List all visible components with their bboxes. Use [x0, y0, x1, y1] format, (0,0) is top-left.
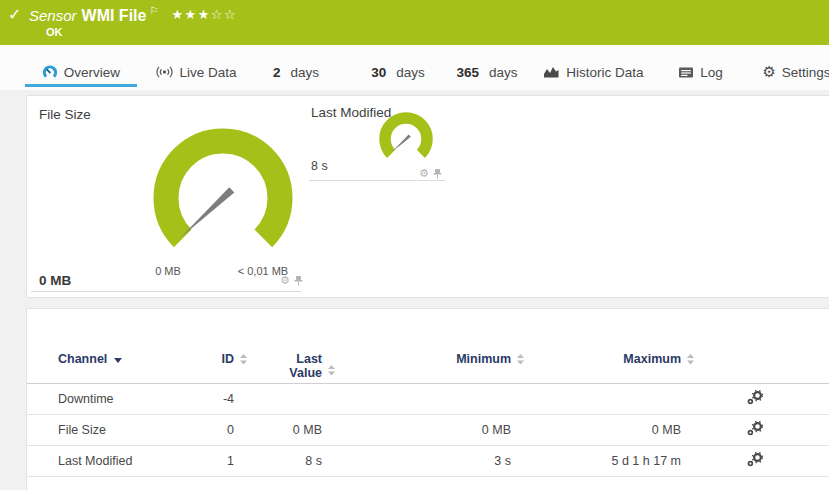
- gauge-toolbar: ⚙: [280, 275, 303, 286]
- column-label: Minimum: [456, 352, 511, 366]
- tab-label: Overview: [64, 65, 120, 80]
- table-row: File Size 0 0 MB 0 MB 0 MB: [27, 415, 829, 446]
- gear-icon[interactable]: ⚙: [419, 168, 429, 179]
- cell-minimum: 0 MB: [322, 415, 511, 446]
- cell-channel: File Size: [27, 415, 177, 446]
- channel-value-file-size: 0 MB: [39, 273, 71, 288]
- star-rating[interactable]: ★★★☆☆: [171, 7, 237, 22]
- cell-channel: Last Modified: [27, 446, 177, 477]
- tab-label: Historic Data: [566, 65, 643, 80]
- cell-last-value: [234, 384, 322, 415]
- tab-number: 365: [456, 65, 479, 80]
- log-icon: [678, 66, 694, 79]
- cell-maximum: 5 d 1 h 17 m: [511, 446, 681, 477]
- cell-id: -4: [177, 384, 234, 415]
- column-label: Channel: [58, 352, 107, 366]
- check-icon: ✓: [8, 5, 21, 24]
- tab-365-days[interactable]: 365 days: [453, 58, 521, 86]
- file-size-gauge[interactable]: [147, 122, 299, 278]
- column-header-actions: [681, 344, 829, 384]
- gear-icon[interactable]: ⚙: [280, 275, 290, 286]
- sort-arrows-icon: [240, 354, 247, 368]
- channels-table: Channel ID Last Value Minimum: [27, 344, 829, 477]
- stars-filled[interactable]: ★★★: [171, 7, 210, 22]
- channel-title-file-size: File Size: [39, 107, 91, 122]
- channels-table-panel: Channel ID Last Value Minimum: [26, 308, 829, 490]
- gauge-ring: [385, 118, 427, 154]
- column-header-id[interactable]: ID: [177, 344, 234, 384]
- cell-id: 1: [177, 446, 234, 477]
- pin-icon[interactable]: [433, 169, 442, 179]
- sensor-type-label: Sensor: [29, 7, 77, 24]
- cell-maximum: 0 MB: [511, 415, 681, 446]
- gauges-panel: File Size 0 MB < 0,01 MB ⚙ 0 MB Last Mod…: [26, 95, 829, 298]
- sensor-title: SensorWMI File⚐★★★☆☆: [29, 5, 237, 25]
- cell-channel: Downtime: [27, 384, 177, 415]
- gear-icon: ⚙: [762, 65, 775, 80]
- tab-label: Live Data: [179, 65, 236, 80]
- tab-label: days: [396, 65, 425, 80]
- table-row: Downtime -4: [27, 384, 829, 415]
- sort-arrows-icon: [687, 354, 694, 368]
- column-header-maximum[interactable]: Maximum: [511, 344, 681, 384]
- channel-settings-icon[interactable]: [747, 452, 763, 470]
- tab-label: Log: [700, 65, 723, 80]
- gauge-min-label: 0 MB: [138, 265, 198, 277]
- status-badge: OK: [46, 26, 63, 38]
- gauge-needle: [181, 187, 235, 237]
- sensor-name: WMI File: [82, 7, 147, 24]
- tab-number: 30: [371, 65, 386, 80]
- broadcast-icon: [156, 65, 173, 79]
- sort-arrows-icon: [328, 365, 335, 379]
- tab-bar: Overview Live Data 2 days 30 days 365 da…: [0, 45, 829, 90]
- channel-settings-icon[interactable]: [747, 421, 763, 439]
- sort-desc-icon: [114, 358, 122, 363]
- column-label: Value: [289, 366, 322, 380]
- cell-minimum: 3 s: [322, 446, 511, 477]
- tab-number: 2: [273, 65, 281, 80]
- flag-icon[interactable]: ⚐: [149, 5, 158, 16]
- gauge-icon: [42, 64, 58, 80]
- column-label: ID: [222, 352, 235, 366]
- cell-id: 0: [177, 415, 234, 446]
- table-row: Last Modified 1 8 s 3 s 5 d 1 h 17 m: [27, 446, 829, 477]
- channel-settings-icon[interactable]: [747, 390, 763, 408]
- table-header-row: Channel ID Last Value Minimum: [27, 344, 829, 384]
- cell-minimum: [322, 384, 511, 415]
- column-label: Maximum: [623, 352, 681, 366]
- gauge-needle: [391, 134, 410, 152]
- tab-30-days[interactable]: 30 days: [373, 58, 423, 86]
- cell-maximum: [511, 384, 681, 415]
- column-header-channel[interactable]: Channel: [27, 344, 177, 384]
- tab-overview[interactable]: Overview: [25, 58, 137, 86]
- column-header-last-value[interactable]: Last Value: [234, 344, 322, 384]
- last-modified-gauge[interactable]: [375, 109, 437, 175]
- column-label: Last: [296, 352, 322, 366]
- active-tab-underline: [25, 84, 137, 87]
- sensor-header: ✓ SensorWMI File⚐★★★☆☆ OK: [0, 0, 829, 45]
- tab-label: Settings: [782, 65, 829, 80]
- tab-log[interactable]: Log: [678, 58, 723, 86]
- gauge-toolbar: ⚙: [419, 168, 442, 179]
- column-header-minimum[interactable]: Minimum: [322, 344, 511, 384]
- area-chart-icon: [543, 65, 560, 79]
- tab-label: days: [291, 65, 320, 80]
- tab-2-days[interactable]: 2 days: [273, 58, 319, 86]
- cell-last-value: 0 MB: [234, 415, 322, 446]
- gauge-ring: [166, 141, 280, 238]
- channel-value-last-modified: 8 s: [311, 159, 328, 173]
- tab-historic-data[interactable]: Historic Data: [546, 58, 641, 86]
- tab-settings[interactable]: ⚙ Settings: [764, 58, 829, 86]
- cell-last-value: 8 s: [234, 446, 322, 477]
- divider: [31, 291, 301, 292]
- divider: [309, 180, 445, 181]
- tab-label: days: [489, 65, 518, 80]
- tab-live-data[interactable]: Live Data: [160, 58, 233, 86]
- pin-icon[interactable]: [294, 276, 303, 286]
- sort-arrows-icon: [517, 354, 524, 368]
- stars-empty[interactable]: ☆☆: [211, 7, 237, 22]
